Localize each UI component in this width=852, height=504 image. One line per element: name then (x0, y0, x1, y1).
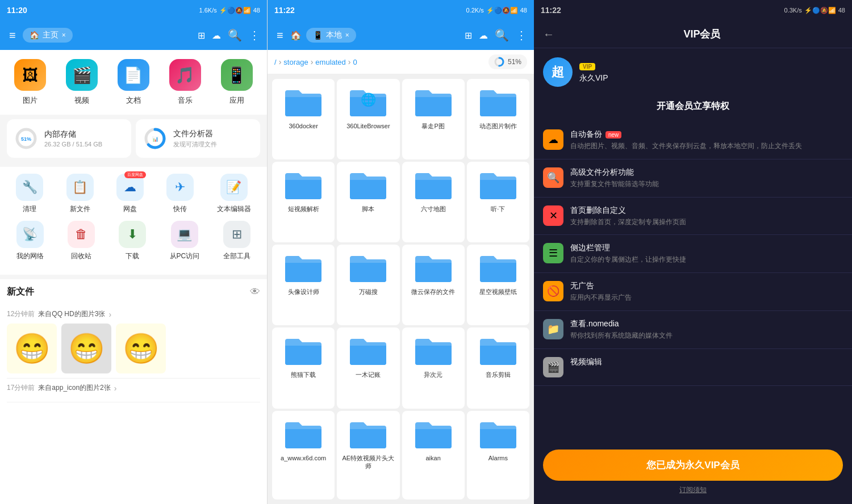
file-grid-item[interactable]: 星空视频壁纸 (467, 245, 529, 325)
file-grid-item[interactable]: AE特效视频片头大师 (337, 411, 399, 499)
storage-chart: 51% (14, 126, 39, 151)
network-speed-3: 0.3K/s (784, 7, 802, 14)
file-name: 星空视频壁纸 (479, 288, 517, 296)
file-name: 万磁搜 (359, 288, 378, 296)
tool-text[interactable]: 📝 文本编辑器 (217, 174, 251, 214)
menu-icon-1[interactable]: ≡ (7, 27, 18, 44)
file-grid-item[interactable]: 微云保存的文件 (402, 245, 465, 325)
feature-icon-backup: ☁ (543, 129, 563, 150)
file-source-1: 来自app_icon的图片2张 (38, 383, 110, 393)
local-icon: 📱 (313, 31, 323, 40)
add-tab-icon-1[interactable]: ⊞ (198, 30, 205, 41)
folder-icon (413, 85, 454, 119)
file-grid-item[interactable]: 头像设计师 (272, 245, 335, 325)
newfiles-item-0[interactable]: 12分钟前 来自QQ HD的图片3张 › 😁 😁 😁 (7, 305, 260, 379)
search-icon-2[interactable]: 🔍 (495, 28, 509, 42)
tool-download[interactable]: ⬇ 下载 (119, 221, 146, 261)
vip-sub-text[interactable]: 订阅须知 (543, 485, 843, 495)
file-grid-item[interactable]: 360docker (272, 79, 335, 159)
time-2: 11:22 (274, 6, 295, 15)
text-label: 文本编辑器 (217, 204, 251, 214)
menu-icon-2[interactable]: ≡ (274, 27, 286, 44)
tool-cloud[interactable]: ☁ 百度网盘 网盘 (116, 174, 144, 214)
breadcrumb-0[interactable]: 0 (353, 58, 357, 66)
newfiles-eye-icon[interactable]: 👁 (250, 286, 260, 298)
file-grid-item[interactable]: 脚本 (337, 162, 399, 242)
file-analyzer-card[interactable]: 📊 文件分析器 发现可清理文件 (136, 119, 260, 158)
breadcrumb-root[interactable]: / (274, 58, 277, 66)
feature-icon-nomedia: 📁 (543, 319, 563, 339)
category-vid-icon: 🎬 (66, 59, 98, 91)
tools-row-1: 🔧 清理 📋 新文件 ☁ 百度网盘 网盘 ✈ 快传 📝 文本编辑器 (5, 174, 262, 214)
more-icon-1[interactable]: ⋮ (249, 28, 260, 42)
breadcrumb-storage[interactable]: storage (283, 58, 308, 66)
feature-title-videoedit: 视频编辑 (570, 357, 843, 367)
folder-icon (413, 250, 454, 284)
feature-icon-delete: ✕ (543, 205, 563, 226)
file-grid-item[interactable]: Alarms (467, 411, 529, 499)
storage-usage-bar: 51% (488, 54, 527, 69)
newfiles-item-1[interactable]: 17分钟前 来自app_icon的图片2张 › (7, 379, 260, 402)
file-grid-item[interactable]: 听·下 (467, 162, 529, 242)
file-grid-item[interactable]: 暴走P图 (402, 79, 465, 159)
tab-local[interactable]: 📱 本地 × (306, 28, 356, 43)
file-name: 微云保存的文件 (411, 288, 455, 296)
cloud-nav-icon-1[interactable]: ☁ (212, 30, 221, 41)
tool-clean[interactable]: 🔧 清理 (16, 174, 43, 214)
category-docs[interactable]: 📄 文档 (118, 59, 149, 106)
more-icon-2[interactable]: ⋮ (516, 28, 527, 42)
close-tab-home[interactable]: × (62, 31, 66, 39)
vip-promo-title: 开通会员立享特权 (543, 100, 843, 112)
file-grid-item[interactable]: 熊猫下载 (272, 327, 335, 408)
category-app-icon: 📱 (221, 59, 253, 91)
internal-storage-usage: 26.32 GB / 51.54 GB (44, 141, 124, 148)
pc-label: 从PC访问 (170, 251, 200, 261)
file-grid-item[interactable]: 🌐 360LiteBrowser (337, 79, 399, 159)
tool-pcaccess[interactable]: 💻 从PC访问 (170, 221, 200, 261)
search-icon-1[interactable]: 🔍 (228, 28, 242, 42)
tool-trash[interactable]: 🗑 回收站 (68, 221, 95, 261)
file-grid-item[interactable]: 万磁搜 (337, 245, 399, 325)
file-grid-item[interactable]: 动态图片制作 (467, 79, 529, 159)
file-grid-item[interactable]: 一木记账 (337, 327, 399, 408)
breadcrumb-emulated[interactable]: emulated (315, 58, 345, 66)
category-img-label: 图片 (23, 95, 37, 106)
back-button[interactable]: ← (543, 28, 554, 41)
file-grid-item[interactable]: 六寸地图 (402, 162, 465, 242)
vip-join-button[interactable]: 您已成为永久VIP会员 (543, 450, 843, 481)
analyzer-info: 文件分析器 发现可清理文件 (173, 129, 253, 149)
file-grid-item[interactable]: 音乐剪辑 (467, 327, 529, 408)
network-icon: 📡 (16, 221, 44, 248)
tool-network[interactable]: 📡 我的网络 (16, 221, 44, 261)
folder-icon (348, 167, 389, 201)
add-tab-icon-2[interactable]: ⊞ (465, 30, 472, 41)
thumb-0-2: 😁 (116, 324, 166, 373)
home-nav-icon-2[interactable]: 🏠 (290, 30, 302, 41)
file-grid-item[interactable]: 异次元 (402, 327, 465, 408)
newfile-icon: 📋 (66, 174, 94, 201)
file-grid-item[interactable]: a_www.x6d.com (272, 411, 335, 499)
file-grid-item[interactable]: aikan (402, 411, 465, 499)
category-video[interactable]: 🎬 视频 (66, 59, 98, 106)
status-icons-3: ⚡🔵🔕📶 (804, 7, 836, 14)
analyzer-icon: 📊 (143, 126, 168, 151)
category-music[interactable]: 🎵 音乐 (169, 59, 201, 106)
category-images[interactable]: 🖼 图片 (14, 59, 46, 106)
tool-transfer[interactable]: ✈ 快传 (166, 174, 194, 214)
status-right-2: 0.2K/s ⚡🔵🔕📶 48 (466, 7, 527, 14)
internal-storage-card[interactable]: 51% 内部存储 26.32 GB / 51.54 GB (7, 119, 131, 158)
tool-alltools[interactable]: ⊞ 全部工具 (223, 221, 250, 261)
category-apps[interactable]: 📱 应用 (221, 59, 253, 106)
file-name: 动态图片制作 (479, 122, 517, 130)
file-time-row-1: 17分钟前 来自app_icon的图片2张 › (7, 383, 260, 393)
file-name: AE特效视频片头大师 (339, 454, 397, 471)
file-name: 熊猫下载 (291, 371, 316, 379)
close-tab-local[interactable]: × (345, 31, 349, 39)
vip-title: VIP会员 (561, 27, 843, 41)
cloud-nav-icon-2[interactable]: ☁ (479, 30, 488, 41)
file-grid-item[interactable]: 短视频解析 (272, 162, 335, 242)
folder-icon (348, 250, 389, 284)
tab-home[interactable]: 🏠 主页 × (23, 28, 73, 43)
pc-icon: 💻 (171, 221, 198, 248)
tool-newfile[interactable]: 📋 新文件 (66, 174, 94, 214)
